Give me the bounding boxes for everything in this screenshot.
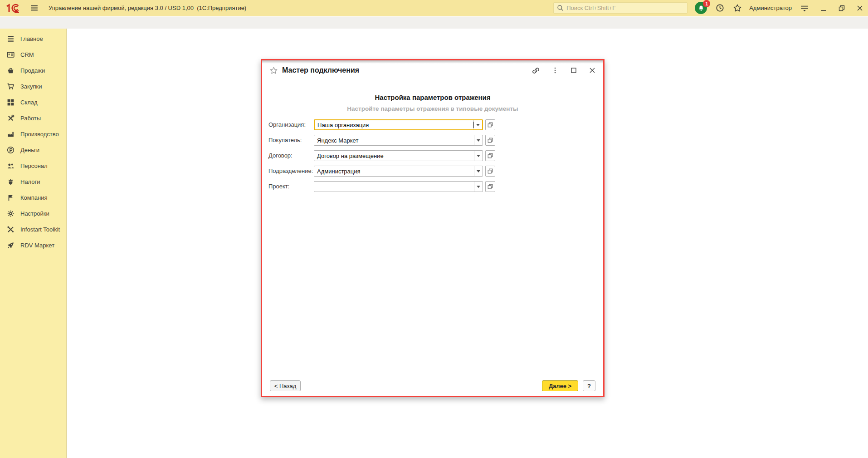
organization-field[interactable]: Наша организация [314,119,483,130]
chevron-down-icon [477,155,480,157]
field-label: Проект: [268,181,289,192]
sidebar-item-sales[interactable]: Продажи [0,63,66,79]
open-contract-button[interactable] [485,150,495,161]
connection-wizard-dialog: Мастер подключения [261,59,605,397]
star-icon [733,4,742,13]
service-menu-button[interactable] [800,4,809,13]
open-customer-button[interactable] [485,135,495,146]
wizard-form: Организация: Наша организация Покупатель… [268,119,597,197]
sidebar-item-rdv-market[interactable]: RDV Маркет [0,237,66,253]
search-input[interactable] [566,5,684,11]
dialog-titlebar: Мастер подключения [269,65,596,76]
sidebar-item-personnel[interactable]: Персонал [0,158,66,174]
global-search[interactable] [553,2,688,14]
1c-logo-icon[interactable] [5,3,22,14]
maximize-dialog-button[interactable] [570,67,577,74]
open-project-button[interactable] [485,181,495,192]
service-menu-icon [800,4,809,13]
sidebar-item-label: CRM [20,51,34,58]
sidebar-item-purchases[interactable]: Закупки [0,79,66,94]
favorite-star-icon[interactable] [269,66,278,75]
restore-icon [838,5,845,12]
sidebar-item-label: Продажи [20,67,45,74]
more-actions-button[interactable] [551,66,559,74]
sidebar-item-label: Склад [20,99,38,106]
sidebar-item-label: Деньги [20,147,39,153]
dropdown-button[interactable] [474,182,483,192]
open-organization-button[interactable] [485,119,495,130]
sidebar-item-company[interactable]: Компания [0,190,66,206]
open-form-icon [487,122,493,128]
sidebar-item-label: RDV Маркет [20,242,54,249]
sidebar-item-infostart-toolkit[interactable]: Infostart Toolkit [0,222,66,237]
minimize-icon [820,5,827,12]
dropdown-button[interactable] [474,166,483,176]
open-department-button[interactable] [485,166,495,177]
back-button[interactable]: < Назад [270,380,301,391]
sidebar-item-crm[interactable]: CRM [0,47,66,63]
history-button[interactable] [715,3,725,13]
close-window-button[interactable] [856,5,863,12]
maximize-icon [570,67,577,74]
form-row-organization: Организация: Наша организация [268,119,597,130]
tools-icon [7,114,15,122]
sidebar-item-taxes[interactable]: Налоги [0,174,66,190]
dropdown-button[interactable] [474,135,483,145]
open-form-icon [487,153,493,159]
menu-lines-icon [7,35,15,43]
help-button[interactable]: ? [583,380,595,391]
chevron-down-icon [477,170,480,172]
sidebar-item-main[interactable]: Главное [0,31,66,47]
history-icon [715,3,725,13]
user-menu[interactable]: Администратор [749,5,792,11]
dropdown-button[interactable] [473,120,482,129]
chevron-down-icon [477,139,480,142]
people-icon [7,162,15,170]
field-label: Договор: [268,150,293,161]
close-icon [856,5,863,12]
contract-field[interactable]: Договор на размещение [314,150,483,161]
sidebar-item-money[interactable]: Деньги [0,142,66,158]
open-form-icon [487,137,493,143]
next-button[interactable]: Далее > [542,380,578,391]
field-value: Наша организация [315,120,473,129]
get-link-button[interactable] [532,66,540,75]
kebab-menu-icon [551,66,559,74]
minimize-button[interactable] [820,5,827,12]
form-row-contract: Договор: Договор на размещение [268,150,597,161]
field-label: Организация: [268,119,306,130]
wizard-step-subheading: Настройте параметры отражения в типовые … [262,105,603,112]
wizard-step-heading: Настройка параметров отражения [262,94,603,101]
field-label: Покупатель: [268,135,302,146]
field-value: Договор на размещение [314,151,474,161]
customer-field[interactable]: Яндекс Маркет [314,135,483,146]
contact-card-icon [7,51,15,59]
favorites-button[interactable] [733,4,742,13]
close-dialog-button[interactable] [589,67,596,74]
project-field[interactable] [314,181,483,192]
sidebar-item-works[interactable]: Работы [0,110,66,126]
sidebar-item-warehouse[interactable]: Склад [0,94,66,110]
sidebar-item-label: Компания [20,194,48,201]
app-title: Управление нашей фирмой, редакция 3.0 / … [49,5,246,11]
flag-icon [7,194,15,202]
main-menu-icon[interactable] [30,4,39,12]
sidebar-item-settings[interactable]: Настройки [0,206,66,222]
field-label: Подразделение: [268,166,313,177]
search-icon [557,5,564,11]
basket-icon [7,67,15,74]
sidebar-item-production[interactable]: Производство [0,126,66,142]
restore-button[interactable] [838,5,845,12]
open-form-icon [487,168,493,174]
sidebar-item-label: Персонал [20,163,48,169]
sidebar-item-label: Настройки [20,210,49,217]
chevron-down-icon [476,124,480,126]
dropdown-button[interactable] [474,151,483,161]
ruble-coin-icon [7,146,15,154]
emblem-icon [7,178,15,186]
open-windows-bar [0,17,868,29]
notification-badge: 1 [703,0,710,7]
notifications-button[interactable]: 1 [695,2,707,14]
factory-icon [7,130,15,138]
department-field[interactable]: Администрация [314,166,483,177]
